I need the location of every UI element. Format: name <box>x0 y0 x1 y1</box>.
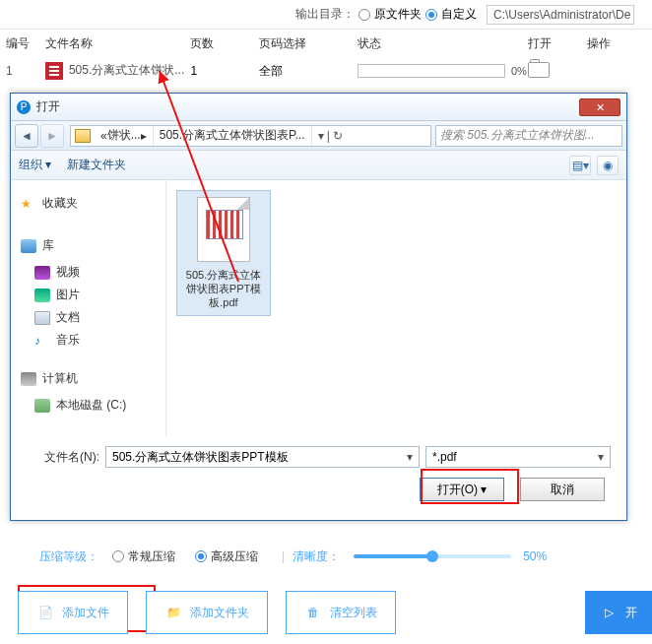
filename-input[interactable]: 505.分离式立体饼状图表PPT模板▾ <box>105 446 420 468</box>
nav-back[interactable]: ◄ <box>15 124 38 148</box>
col-op: 操作 <box>587 35 646 52</box>
trash-icon: 🗑 <box>304 603 322 622</box>
col-name: 文件名称 <box>45 35 191 52</box>
sidebar-fav[interactable]: ★收藏夹 <box>17 192 160 215</box>
opt-normal[interactable]: 常规压缩 <box>128 548 175 565</box>
folder-icon <box>75 129 91 143</box>
close-icon[interactable]: ✕ <box>579 98 620 116</box>
music-icon: ♪ <box>34 334 50 348</box>
file-thumbnail <box>197 197 250 262</box>
opt-custom[interactable]: 自定义 <box>441 6 477 23</box>
sidebar-video[interactable]: 视频 <box>17 261 160 284</box>
radio-original[interactable] <box>359 9 370 21</box>
clarity-slider[interactable] <box>354 554 511 558</box>
compress-label: 压缩等级： <box>39 548 98 565</box>
clarity-percent: 50% <box>523 549 547 563</box>
computer-icon <box>21 372 36 386</box>
app-icon: P <box>17 100 31 114</box>
radio-normal[interactable] <box>112 550 124 562</box>
column-headers: 编号 文件名称 页数 页码选择 状态 打开 操作 <box>0 30 652 57</box>
dialog-files[interactable]: 505.分离式立体饼状图表PPT模板.pdf <box>166 180 626 436</box>
view-icon[interactable]: ▤▾ <box>569 156 591 175</box>
row-status: 0% <box>358 64 528 79</box>
dialog-sidebar: ★收藏夹 库 视频 图片 文档 ♪音乐 计算机 本地磁盘 (C:) <box>11 180 166 436</box>
add-folder-button[interactable]: 📁添加文件夹 <box>146 591 268 634</box>
library-icon <box>21 239 36 253</box>
dialog-toolbar: 组织 ▾ 新建文件夹 ▤▾ ◉ <box>11 151 626 180</box>
breadcrumb[interactable]: « 饼状... ▸ 505.分离式立体饼状图表P... ▾ | ↻ <box>70 125 431 147</box>
output-path[interactable]: C:\Users\Administrator\De <box>487 5 634 25</box>
filter-select[interactable]: *.pdf▾ <box>425 446 611 468</box>
radio-advanced[interactable] <box>195 550 207 562</box>
file-tile[interactable]: 505.分离式立体饼状图表PPT模板.pdf <box>176 190 271 316</box>
row-open[interactable] <box>528 62 587 81</box>
sidebar-lib[interactable]: 库 <box>17 234 160 257</box>
video-icon <box>34 266 50 280</box>
progress-text: 0% <box>511 65 527 77</box>
dialog-title: 打开 <box>36 98 60 115</box>
col-pagesel: 页码选择 <box>259 35 358 52</box>
clarity-label: 清晰度： <box>293 548 340 565</box>
picture-icon <box>34 289 50 302</box>
col-id: 编号 <box>6 35 45 52</box>
toolbar-organize[interactable]: 组织 ▾ <box>19 157 51 173</box>
cancel-button[interactable]: 取消 <box>520 478 605 501</box>
row-id: 1 <box>6 64 45 78</box>
open-dialog: P 打开 ✕ ◄ ► « 饼状... ▸ 505.分离式立体饼状图表P... ▾… <box>10 93 627 521</box>
opt-original[interactable]: 原文件夹 <box>374 6 422 23</box>
add-file-icon: 📄 <box>36 603 54 622</box>
radio-custom[interactable] <box>425 9 437 21</box>
breadcrumb-seg[interactable]: « 饼状... ▸ <box>95 126 154 146</box>
toolbar-newfolder[interactable]: 新建文件夹 <box>67 157 126 173</box>
star-icon: ★ <box>21 197 36 211</box>
dialog-titlebar[interactable]: P 打开 ✕ <box>11 94 626 121</box>
sidebar-music[interactable]: ♪音乐 <box>17 329 160 352</box>
file-row[interactable]: 1 505.分离式立体饼状... 1 全部 0% <box>0 57 652 85</box>
start-button[interactable]: ▷开 <box>585 591 652 634</box>
folder-icon <box>528 62 550 78</box>
breadcrumb-dropdown[interactable]: ▾ | ↻ <box>312 129 350 143</box>
sidebar-doc[interactable]: 文档 <box>17 306 160 329</box>
sidebar-disk-c[interactable]: 本地磁盘 (C:) <box>17 394 160 417</box>
row-pages: 1 <box>190 64 259 78</box>
col-pages: 页数 <box>190 35 259 52</box>
col-status: 状态 <box>358 35 528 52</box>
row-pagesel[interactable]: 全部 <box>259 63 358 80</box>
output-label: 输出目录： <box>295 6 355 23</box>
breadcrumb-file[interactable]: 505.分离式立体饼状图表P... <box>154 126 312 146</box>
bottom-row: 📄添加文件 📁添加文件夹 🗑清空列表 ▷开 <box>18 591 652 634</box>
file-caption: 505.分离式立体饼状图表PPT模板.pdf <box>183 268 264 309</box>
compress-row: 压缩等级： 常规压缩 高级压缩 | 清晰度： 50% <box>0 542 652 571</box>
add-folder-icon: 📁 <box>164 603 182 622</box>
dialog-nav: ◄ ► « 饼状... ▸ 505.分离式立体饼状图表P... ▾ | ↻ 搜索… <box>11 121 626 151</box>
row-name: 505.分离式立体饼状... <box>45 62 191 80</box>
search-input[interactable]: 搜索 505.分离式立体饼状图... <box>435 125 622 147</box>
clear-list-button[interactable]: 🗑清空列表 <box>286 591 396 634</box>
nav-fwd[interactable]: ► <box>40 124 64 148</box>
play-icon: ▷ <box>600 603 618 622</box>
add-file-button[interactable]: 📄添加文件 <box>18 591 128 634</box>
open-button[interactable]: 打开(O) ▾ <box>420 478 504 501</box>
document-icon <box>34 311 50 325</box>
sidebar-pic[interactable]: 图片 <box>17 284 160 306</box>
pdf-icon <box>45 62 63 80</box>
help-icon[interactable]: ◉ <box>597 156 619 175</box>
disk-icon <box>34 399 50 413</box>
sidebar-computer[interactable]: 计算机 <box>17 367 160 390</box>
col-open: 打开 <box>528 35 587 52</box>
progress-bar <box>358 64 505 78</box>
opt-advanced[interactable]: 高级压缩 <box>211 548 258 565</box>
filename-label: 文件名(N): <box>27 449 99 466</box>
